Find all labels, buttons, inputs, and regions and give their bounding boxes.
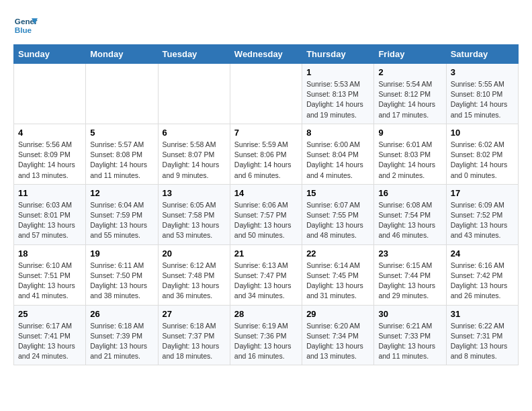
day-info: Sunrise: 6:19 AM Sunset: 7:36 PM Dayligh… [234, 321, 298, 362]
day-info: Sunrise: 6:21 AM Sunset: 7:33 PM Dayligh… [378, 321, 441, 362]
week-row-2: 4Sunrise: 5:56 AM Sunset: 8:09 PM Daylig… [14, 124, 519, 184]
day-number: 24 [451, 248, 514, 259]
day-cell: 8Sunrise: 6:00 AM Sunset: 8:04 PM Daylig… [302, 124, 374, 184]
day-cell: 29Sunrise: 6:20 AM Sunset: 7:34 PM Dayli… [302, 305, 374, 365]
day-number: 8 [306, 128, 369, 138]
day-cell: 15Sunrise: 6:07 AM Sunset: 7:55 PM Dayli… [302, 184, 374, 244]
week-row-3: 11Sunrise: 6:03 AM Sunset: 8:01 PM Dayli… [14, 184, 519, 244]
day-number: 15 [306, 188, 369, 198]
day-number: 30 [378, 309, 441, 319]
day-info: Sunrise: 6:20 AM Sunset: 7:34 PM Dayligh… [306, 321, 369, 362]
week-row-4: 18Sunrise: 6:10 AM Sunset: 7:51 PM Dayli… [14, 244, 519, 305]
day-info: Sunrise: 5:53 AM Sunset: 8:13 PM Dayligh… [306, 79, 369, 120]
day-number: 1 [306, 67, 369, 77]
day-cell: 2Sunrise: 5:54 AM Sunset: 8:12 PM Daylig… [374, 64, 446, 124]
calendar-header-row: SundayMondayTuesdayWednesdayThursdayFrid… [14, 45, 519, 64]
day-info: Sunrise: 6:17 AM Sunset: 7:41 PM Dayligh… [18, 321, 81, 362]
day-number: 10 [451, 128, 514, 138]
day-number: 28 [234, 309, 298, 319]
day-info: Sunrise: 6:07 AM Sunset: 7:55 PM Dayligh… [306, 200, 369, 241]
day-cell: 24Sunrise: 6:16 AM Sunset: 7:42 PM Dayli… [446, 244, 518, 305]
day-cell: 1Sunrise: 5:53 AM Sunset: 8:13 PM Daylig… [302, 64, 374, 124]
day-info: Sunrise: 6:15 AM Sunset: 7:44 PM Dayligh… [378, 261, 441, 302]
day-info: Sunrise: 6:18 AM Sunset: 7:37 PM Dayligh… [163, 321, 226, 362]
day-cell: 6Sunrise: 5:58 AM Sunset: 8:07 PM Daylig… [158, 124, 230, 184]
day-cell: 22Sunrise: 6:14 AM Sunset: 7:45 PM Dayli… [302, 244, 374, 305]
calendar-table: SundayMondayTuesdayWednesdayThursdayFrid… [13, 44, 519, 365]
day-cell: 13Sunrise: 6:05 AM Sunset: 7:58 PM Dayli… [158, 184, 230, 244]
week-row-1: 1Sunrise: 5:53 AM Sunset: 8:13 PM Daylig… [14, 64, 519, 124]
day-number: 22 [306, 248, 369, 259]
day-info: Sunrise: 6:08 AM Sunset: 7:54 PM Dayligh… [378, 200, 441, 241]
day-info: Sunrise: 6:13 AM Sunset: 7:47 PM Dayligh… [234, 261, 298, 302]
day-number: 29 [306, 309, 369, 319]
day-number: 31 [451, 309, 514, 319]
day-cell: 14Sunrise: 6:06 AM Sunset: 7:57 PM Dayli… [230, 184, 302, 244]
day-cell: 30Sunrise: 6:21 AM Sunset: 7:33 PM Dayli… [374, 305, 446, 365]
day-number: 11 [18, 188, 81, 198]
day-cell [86, 64, 158, 124]
day-number: 14 [234, 188, 298, 198]
page-header: General Blue [13, 13, 519, 38]
day-cell [158, 64, 230, 124]
col-header-wednesday: Wednesday [230, 45, 302, 64]
col-header-tuesday: Tuesday [158, 45, 230, 64]
day-number: 12 [90, 188, 153, 198]
day-cell: 28Sunrise: 6:19 AM Sunset: 7:36 PM Dayli… [230, 305, 302, 365]
day-number: 16 [378, 188, 441, 198]
col-header-monday: Monday [86, 45, 158, 64]
day-cell: 26Sunrise: 6:18 AM Sunset: 7:39 PM Dayli… [86, 305, 158, 365]
day-info: Sunrise: 6:10 AM Sunset: 7:51 PM Dayligh… [18, 261, 81, 302]
day-number: 5 [90, 128, 153, 138]
day-info: Sunrise: 6:05 AM Sunset: 7:58 PM Dayligh… [163, 200, 226, 241]
day-cell: 18Sunrise: 6:10 AM Sunset: 7:51 PM Dayli… [14, 244, 86, 305]
day-cell: 7Sunrise: 5:59 AM Sunset: 8:06 PM Daylig… [230, 124, 302, 184]
day-info: Sunrise: 6:02 AM Sunset: 8:02 PM Dayligh… [451, 140, 514, 181]
col-header-thursday: Thursday [302, 45, 374, 64]
day-number: 18 [18, 248, 81, 259]
day-number: 9 [378, 128, 441, 138]
day-cell: 20Sunrise: 6:12 AM Sunset: 7:48 PM Dayli… [158, 244, 230, 305]
day-info: Sunrise: 6:12 AM Sunset: 7:48 PM Dayligh… [163, 261, 226, 302]
col-header-saturday: Saturday [446, 45, 518, 64]
col-header-friday: Friday [374, 45, 446, 64]
day-info: Sunrise: 6:03 AM Sunset: 8:01 PM Dayligh… [18, 200, 81, 241]
day-number: 23 [378, 248, 441, 259]
day-cell: 17Sunrise: 6:09 AM Sunset: 7:52 PM Dayli… [446, 184, 518, 244]
day-cell: 23Sunrise: 6:15 AM Sunset: 7:44 PM Dayli… [374, 244, 446, 305]
day-cell: 10Sunrise: 6:02 AM Sunset: 8:02 PM Dayli… [446, 124, 518, 184]
day-info: Sunrise: 5:56 AM Sunset: 8:09 PM Dayligh… [18, 140, 81, 181]
day-info: Sunrise: 6:18 AM Sunset: 7:39 PM Dayligh… [90, 321, 153, 362]
day-cell: 16Sunrise: 6:08 AM Sunset: 7:54 PM Dayli… [374, 184, 446, 244]
day-cell [230, 64, 302, 124]
day-cell: 3Sunrise: 5:55 AM Sunset: 8:10 PM Daylig… [446, 64, 518, 124]
day-info: Sunrise: 5:54 AM Sunset: 8:12 PM Dayligh… [378, 79, 441, 120]
day-info: Sunrise: 6:16 AM Sunset: 7:42 PM Dayligh… [451, 261, 514, 302]
day-info: Sunrise: 6:01 AM Sunset: 8:03 PM Dayligh… [378, 140, 441, 181]
day-cell [14, 64, 86, 124]
day-info: Sunrise: 5:58 AM Sunset: 8:07 PM Dayligh… [163, 140, 226, 181]
day-info: Sunrise: 5:55 AM Sunset: 8:10 PM Dayligh… [451, 79, 514, 120]
day-info: Sunrise: 6:00 AM Sunset: 8:04 PM Dayligh… [306, 140, 369, 181]
week-row-5: 25Sunrise: 6:17 AM Sunset: 7:41 PM Dayli… [14, 305, 519, 365]
day-number: 7 [234, 128, 298, 138]
svg-text:Blue: Blue [15, 26, 32, 34]
day-number: 21 [234, 248, 298, 259]
day-number: 25 [18, 309, 81, 319]
day-cell: 25Sunrise: 6:17 AM Sunset: 7:41 PM Dayli… [14, 305, 86, 365]
day-cell: 27Sunrise: 6:18 AM Sunset: 7:37 PM Dayli… [158, 305, 230, 365]
day-cell: 31Sunrise: 6:22 AM Sunset: 7:31 PM Dayli… [446, 305, 518, 365]
day-info: Sunrise: 5:59 AM Sunset: 8:06 PM Dayligh… [234, 140, 298, 181]
day-cell: 12Sunrise: 6:04 AM Sunset: 7:59 PM Dayli… [86, 184, 158, 244]
day-number: 3 [451, 67, 514, 77]
day-info: Sunrise: 6:09 AM Sunset: 7:52 PM Dayligh… [451, 200, 514, 241]
day-info: Sunrise: 5:57 AM Sunset: 8:08 PM Dayligh… [90, 140, 153, 181]
day-number: 26 [90, 309, 153, 319]
day-cell: 21Sunrise: 6:13 AM Sunset: 7:47 PM Dayli… [230, 244, 302, 305]
day-number: 19 [90, 248, 153, 259]
day-cell: 9Sunrise: 6:01 AM Sunset: 8:03 PM Daylig… [374, 124, 446, 184]
day-info: Sunrise: 6:04 AM Sunset: 7:59 PM Dayligh… [90, 200, 153, 241]
day-cell: 4Sunrise: 5:56 AM Sunset: 8:09 PM Daylig… [14, 124, 86, 184]
day-number: 13 [163, 188, 226, 198]
day-number: 17 [451, 188, 514, 198]
